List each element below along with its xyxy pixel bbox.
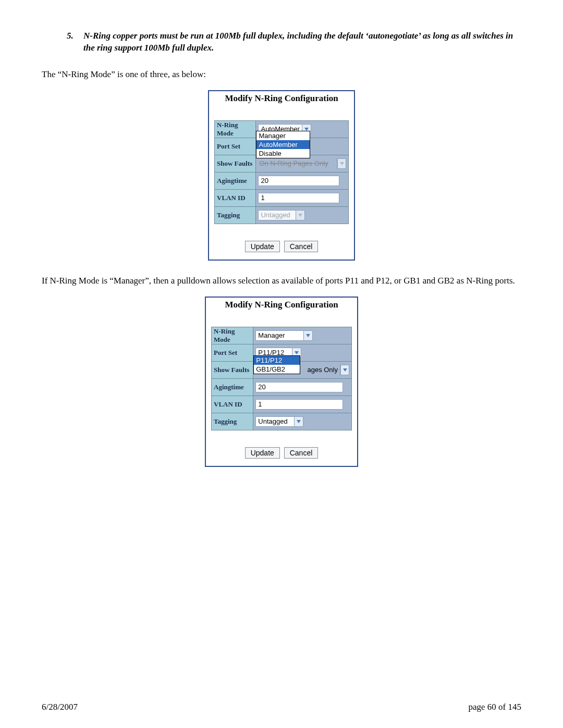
update-button[interactable]: Update — [245, 447, 280, 459]
config-table: N-Ring Mode AutoMember Po — [214, 120, 349, 224]
cancel-button[interactable]: Cancel — [284, 241, 319, 252]
label-vlan-id: VLAN ID — [215, 194, 255, 202]
paragraph-intro: The “N-Ring Mode” is one of three, as be… — [42, 69, 521, 81]
chevron-down-icon — [337, 159, 346, 168]
vlan-id-input[interactable]: 1 — [258, 193, 339, 203]
label-nring-mode: N-Ring Mode — [212, 327, 253, 344]
panel-title: Modify N-Ring Configuration — [209, 91, 354, 105]
paragraph-manager: If N-Ring Mode is “Manager”, then a pull… — [42, 275, 521, 287]
label-nring-mode: N-Ring Mode — [215, 121, 255, 138]
list-item-number: 5. — [67, 30, 83, 54]
list-item-5: 5. N-Ring copper ports must be run at 10… — [67, 30, 521, 54]
panel-title: Modify N-Ring Configuration — [206, 298, 357, 311]
update-button[interactable]: Update — [245, 241, 280, 252]
chevron-down-icon — [303, 331, 312, 340]
dropdown-item-gb1gb2[interactable]: GB1/GB2 — [254, 365, 300, 374]
nring-mode-dropdown[interactable]: Manager AutoMember Disable — [256, 131, 310, 158]
panel-button-row: Update Cancel — [206, 430, 357, 466]
nring-config-panel-manager: Modify N-Ring Configuration N-Ring Mode … — [205, 297, 358, 467]
chevron-down-icon — [294, 417, 303, 426]
label-agingtime: Agingtime — [215, 177, 255, 185]
nring-config-panel-automember: Modify N-Ring Configuration N-Ring Mode … — [208, 90, 355, 261]
chevron-down-icon — [340, 365, 349, 375]
vlan-id-input[interactable]: 1 — [255, 399, 343, 410]
label-show-faults: Show Faults — [212, 366, 253, 374]
label-vlan-id: VLAN ID — [212, 400, 253, 409]
tagging-select: Untagged — [258, 210, 305, 220]
show-faults-partial-text: ages Only — [307, 366, 338, 374]
dropdown-item-automember[interactable]: AutoMember — [256, 140, 310, 149]
footer-date: 6/28/2007 — [42, 702, 78, 712]
label-port-set: Port Set — [212, 349, 253, 357]
page-footer: 6/28/2007 page 60 of 145 — [42, 702, 521, 712]
label-port-set: Port Set — [215, 142, 255, 151]
show-faults-select-arrow[interactable] — [340, 365, 349, 375]
label-tagging: Tagging — [215, 211, 255, 219]
show-faults-select-arrow — [337, 158, 346, 169]
tagging-select[interactable]: Untagged — [255, 416, 303, 427]
dropdown-item-manager[interactable]: Manager — [256, 131, 310, 140]
dropdown-item-disable[interactable]: Disable — [256, 149, 310, 158]
panel-button-row: Update Cancel — [209, 224, 354, 260]
agingtime-input[interactable]: 20 — [258, 176, 339, 186]
port-set-dropdown[interactable]: P11/P12 GB1/GB2 — [253, 355, 300, 374]
label-tagging: Tagging — [212, 417, 253, 426]
dropdown-item-p11p12[interactable]: P11/P12 — [254, 356, 300, 365]
nring-mode-select[interactable]: Manager — [255, 330, 313, 341]
label-agingtime: Agingtime — [212, 383, 253, 391]
list-item-text: N-Ring copper ports must be run at 100Mb… — [83, 30, 521, 54]
label-show-faults: Show Faults — [215, 159, 255, 168]
cancel-button[interactable]: Cancel — [284, 447, 319, 459]
obscured-show-faults-text: On N-Ring Pages Only — [259, 159, 336, 167]
agingtime-input[interactable]: 20 — [255, 382, 343, 392]
config-table: N-Ring Mode Manager Port — [211, 327, 352, 430]
chevron-down-icon — [296, 211, 304, 220]
footer-page: page 60 of 145 — [468, 702, 521, 712]
